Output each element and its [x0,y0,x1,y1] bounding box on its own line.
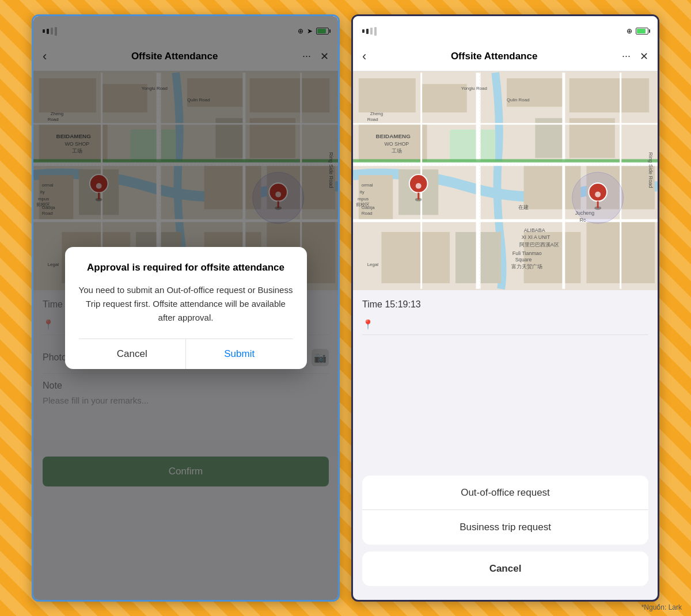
svg-text:Legal: Legal [367,262,379,267]
svg-text:Ring Side Road: Ring Side Road [648,153,654,188]
battery-icon-right [636,28,648,35]
sheet-cancel-button[interactable]: Cancel [362,552,648,586]
modal-box-left: Approval is required for offsite attenda… [65,247,307,370]
svg-text:XI XI A UNIT: XI XI A UNIT [522,234,550,240]
svg-text:Qulin Road: Qulin Road [507,97,530,102]
sheet-options-right: Out-of-office request Business trip requ… [362,476,648,545]
wifi-icon-right: ⊕ [627,27,632,35]
map-svg-right: Zheng Road Yonglu Road Qulin Road Ring S… [353,71,658,290]
business-trip-label: Business trip request [460,522,551,533]
svg-text:Fuli Tianmao: Fuli Tianmao [512,250,542,256]
svg-point-108 [416,183,422,189]
more-button-right[interactable]: ··· [622,50,631,62]
nav-actions-right: ··· ✕ [622,50,648,63]
signal-bar-r1 [362,29,365,33]
battery-fill-right [637,29,646,33]
close-button-right[interactable]: ✕ [640,50,648,63]
attribution-text: *Nguồn: Lark [641,603,682,611]
svg-text:工场: 工场 [392,148,402,154]
time-value-right: Time 15:19:13 [362,299,421,310]
svg-point-113 [595,192,601,197]
form-area-right: Time 15:19:13 📍 [353,290,658,347]
location-pin-icon-right: 📍 [362,319,374,330]
svg-text:ity: ity [360,189,365,195]
signal-indicator-right [362,27,377,36]
battery-body-right [636,28,648,35]
back-button-right[interactable]: ‹ [362,49,366,64]
left-phone-screen: ⊕ ➤ ‹ Offsite Attendance ··· ✕ [32,14,340,602]
svg-text:Square: Square [515,257,532,263]
map-area-right: Zheng Road Yonglu Road Qulin Road Ring S… [353,71,658,290]
svg-text:BEIDAMENG: BEIDAMENG [376,133,411,139]
signal-bar-r3 [370,28,373,35]
svg-text:Yonglu Road: Yonglu Road [461,86,487,91]
signal-bar-r4 [374,27,377,36]
status-right-right: ⊕ [627,27,648,35]
svg-text:Road: Road [362,211,373,216]
modal-submit-label: Submit [224,348,255,360]
out-of-office-label: Out-of-office request [461,487,550,499]
svg-text:WO SHOP: WO SHOP [384,141,409,147]
svg-text:前校区: 前校区 [356,202,370,207]
modal-overlay-left: Approval is required for offsite attenda… [33,16,338,600]
time-row-right: Time 15:19:13 [362,299,648,310]
modal-cancel-label: Cancel [117,348,147,360]
screens-wrapper: ⊕ ➤ ‹ Offsite Attendance ··· ✕ [20,3,671,613]
bottom-sheet-right: Out-of-office request Business trip requ… [353,476,658,600]
svg-text:在建: 在建 [518,204,529,210]
nav-bar-right: ‹ Offsite Attendance ··· ✕ [353,41,658,71]
svg-text:ALIBABA: ALIBABA [524,227,545,233]
sheet-cancel-label: Cancel [489,563,522,575]
svg-rect-59 [507,78,564,107]
svg-text:Road: Road [367,117,378,122]
business-trip-option[interactable]: Business trip request [362,510,648,545]
modal-body-left: You need to submit an Out-of-office requ… [79,283,293,325]
modal-actions-left: Cancel Submit [79,339,293,369]
right-phone-screen: ⊕ ‹ Offsite Attendance ··· ✕ [351,14,659,602]
status-bar-right: ⊕ [353,16,658,41]
modal-submit-button[interactable]: Submit [186,339,293,369]
page-title-right: Offsite Attendance [451,51,538,62]
svg-rect-54 [359,78,416,112]
signal-bar-r2 [366,29,369,34]
svg-text:mpus: mpus [358,196,369,201]
modal-title-left: Approval is required for offsite attenda… [79,261,293,275]
svg-rect-69 [450,130,495,163]
svg-rect-63 [524,163,581,209]
svg-rect-60 [569,78,649,112]
out-of-office-option[interactable]: Out-of-office request [362,476,648,510]
modal-cancel-button[interactable]: Cancel [79,339,187,369]
location-row-right: 📍 [362,314,648,335]
svg-text:ormal: ormal [362,182,373,188]
svg-rect-55 [422,84,467,112]
svg-text:富力天贸广场: 富力天贸广场 [511,264,542,269]
svg-rect-65 [381,232,450,283]
svg-text:Zheng: Zheng [370,111,383,116]
svg-text:阿里巴巴西溪A区: 阿里巴巴西溪A区 [519,242,559,248]
